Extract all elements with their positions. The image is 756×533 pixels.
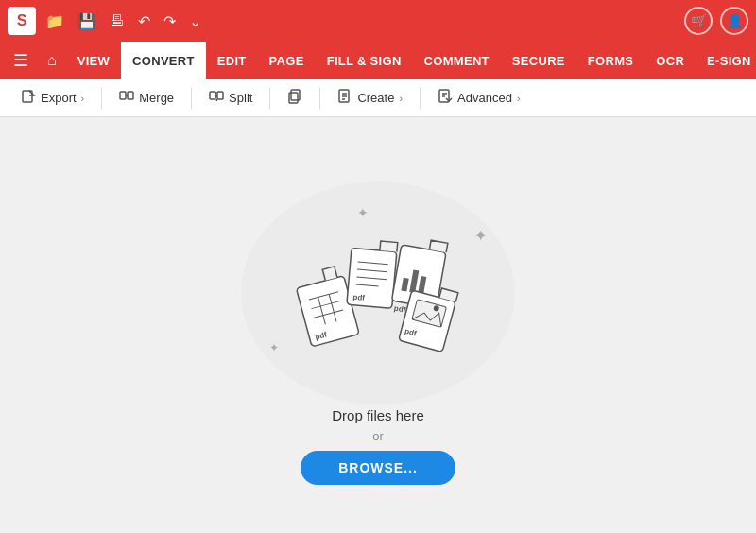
create-label: Create	[357, 91, 394, 105]
title-bar-icons: 📁 💾 🖶 ↶ ↷ ⌄	[45, 12, 201, 30]
dropdown-icon[interactable]: ⌄	[189, 12, 201, 30]
sparkle-icon-2: ✦	[474, 227, 487, 245]
nav-item-forms[interactable]: FORMS	[576, 42, 644, 79]
print-icon[interactable]: 🖶	[110, 12, 125, 29]
save-icon[interactable]: 💾	[77, 12, 96, 30]
merge-label: Merge	[139, 91, 174, 105]
title-bar: S 📁 💾 🖶 ↶ ↷ ⌄ 🛒 👤	[0, 0, 756, 42]
svg-text:pdf: pdf	[393, 304, 406, 315]
pdf-docs-illustration: pdf pdf	[284, 232, 472, 354]
sparkle-icon-1: ✦	[357, 205, 369, 220]
file-open-icon[interactable]: 📁	[45, 12, 64, 30]
advanced-icon	[438, 89, 453, 107]
browse-button[interactable]: BROWSE...	[301, 451, 455, 485]
copy-icon	[287, 89, 302, 107]
nav-item-view[interactable]: VIEW	[66, 42, 121, 79]
app-logo[interactable]: S	[8, 7, 36, 35]
divider-3	[269, 88, 270, 109]
export-label: Export	[41, 91, 77, 105]
advanced-button[interactable]: Advanced ›	[428, 83, 530, 112]
title-bar-right: 🛒 👤	[684, 7, 748, 35]
title-bar-left: S 📁 💾 🖶 ↶ ↷ ⌄	[8, 7, 201, 35]
divider-2	[191, 88, 192, 109]
nav-item-page[interactable]: PAGE	[258, 42, 316, 79]
svg-line-6	[216, 92, 217, 101]
advanced-label: Advanced	[457, 91, 512, 105]
copy-button[interactable]	[278, 83, 312, 112]
export-chevron: ›	[81, 93, 85, 104]
divider-5	[420, 88, 421, 109]
merge-button[interactable]: Merge	[110, 83, 183, 112]
nav-item-esign[interactable]: E-SIGN	[696, 42, 756, 79]
divider-4	[319, 88, 320, 109]
sparkle-icon-3: ✦	[269, 341, 279, 354]
divider-1	[101, 88, 102, 109]
svg-rect-2	[128, 92, 133, 99]
redo-icon[interactable]: ↷	[163, 12, 176, 30]
nav-item-edit[interactable]: EDIT	[206, 42, 258, 79]
split-label: Split	[229, 91, 252, 105]
nav-item-comment[interactable]: COMMENT	[413, 42, 501, 79]
svg-rect-5	[217, 92, 223, 99]
nav-item-convert[interactable]: CONVERT	[121, 42, 206, 79]
or-text: or	[372, 429, 384, 443]
svg-rect-4	[210, 92, 215, 99]
split-button[interactable]: Split	[199, 83, 262, 112]
hamburger-menu[interactable]: ☰	[4, 42, 38, 79]
svg-rect-1	[120, 92, 126, 99]
undo-icon[interactable]: ↶	[138, 12, 150, 30]
split-icon	[209, 89, 224, 107]
export-icon	[21, 89, 36, 107]
main-content: ✦ ✦ ✦ pdf	[0, 117, 756, 533]
drop-area-container: ✦ ✦ ✦ pdf	[217, 165, 539, 485]
export-button[interactable]: Export ›	[11, 83, 94, 112]
merge-icon	[119, 89, 134, 107]
create-chevron: ›	[399, 93, 403, 104]
nav-bar: ☰ ⌂ VIEW CONVERT EDIT PAGE FILL & SIGN C…	[0, 42, 756, 79]
cart-button[interactable]: 🛒	[684, 7, 713, 35]
advanced-chevron: ›	[517, 93, 521, 104]
create-icon	[337, 89, 352, 107]
user-button[interactable]: 👤	[720, 7, 748, 35]
blob-area: ✦ ✦ ✦ pdf	[217, 165, 539, 421]
create-button[interactable]: Create ›	[328, 83, 412, 112]
home-nav-item[interactable]: ⌂	[38, 42, 66, 79]
nav-item-fill-sign[interactable]: FILL & SIGN	[316, 42, 413, 79]
nav-item-ocr[interactable]: OCR	[644, 42, 696, 79]
nav-item-secure[interactable]: SECURE	[501, 42, 576, 79]
toolbar: Export › Merge Split	[0, 79, 756, 117]
svg-text:pdf: pdf	[352, 293, 366, 302]
